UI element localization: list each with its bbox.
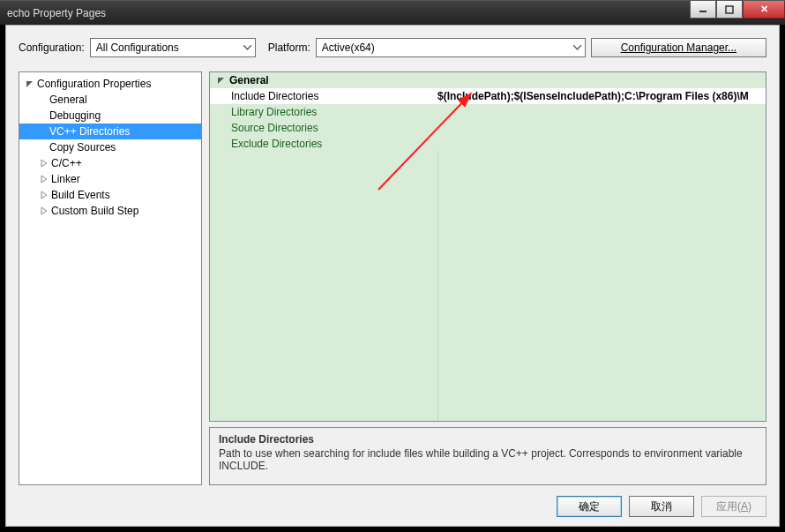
tree-root-label: Configuration Properties <box>37 78 151 90</box>
tree[interactable]: Configuration Properties General Debuggi… <box>19 71 202 485</box>
tree-item-copy-sources[interactable]: Copy Sources <box>19 139 201 155</box>
right-column: General Include Directories $(IncludePat… <box>209 71 766 485</box>
tree-item-custom-build-step[interactable]: Custom Build Step <box>19 203 201 219</box>
titlebar: echo Property Pages ✕ <box>0 0 785 25</box>
tree-item-linker[interactable]: Linker <box>19 171 201 187</box>
triangle-right-icon <box>39 190 49 200</box>
platform-combo[interactable]: Active(x64) <box>316 38 586 57</box>
grid-section-label: General <box>229 74 269 86</box>
configuration-combo[interactable]: All Configurations <box>90 38 256 57</box>
tree-item-c-cpp[interactable]: C/C++ <box>19 155 201 171</box>
triangle-down-icon <box>25 79 35 89</box>
body-split: Configuration Properties General Debuggi… <box>19 71 766 485</box>
tree-root-config-properties[interactable]: Configuration Properties <box>19 76 201 92</box>
triangle-down-icon <box>217 76 226 85</box>
close-button[interactable]: ✕ <box>743 1 785 19</box>
triangle-right-icon <box>39 174 49 184</box>
property-grid[interactable]: General Include Directories $(IncludePat… <box>209 71 766 422</box>
tree-item-vc-directories[interactable]: VC++ Directories <box>19 124 201 139</box>
grid-row-library-directories[interactable]: Library Directories <box>210 104 766 120</box>
grid-row-source-directories[interactable]: Source Directories <box>210 120 766 136</box>
apply-button: 应用(A) <box>701 496 766 517</box>
chevron-down-icon <box>243 45 251 50</box>
grid-section[interactable]: General <box>210 72 766 88</box>
footer-buttons: 确定 取消 应用(A) <box>557 496 766 517</box>
client-area: Configuration: All Configurations Platfo… <box>5 25 780 527</box>
grid-value-include-directories[interactable]: $(IncludePath);$(ISenseIncludePath);C:\P… <box>430 90 766 102</box>
config-row: Configuration: All Configurations Platfo… <box>6 26 779 66</box>
grid-row-exclude-directories[interactable]: Exclude Directories <box>210 136 766 152</box>
ok-button[interactable]: 确定 <box>557 496 622 517</box>
svg-rect-1 <box>726 6 733 13</box>
cancel-button[interactable]: 取消 <box>629 496 694 517</box>
window-title: echo Property Pages <box>7 5 106 21</box>
configuration-label: Configuration: <box>19 41 85 54</box>
description-pane: Include Directories Path to use when sea… <box>209 427 766 485</box>
window: echo Property Pages ✕ Configuration: All… <box>0 0 785 532</box>
platform-value: Active(x64) <box>322 41 375 54</box>
configuration-manager-button[interactable]: Configuration Manager... <box>591 38 766 57</box>
maximize-button[interactable] <box>716 1 743 19</box>
platform-label: Platform: <box>268 41 310 54</box>
window-buttons: ✕ <box>690 1 785 25</box>
minimize-button[interactable] <box>690 1 716 19</box>
triangle-right-icon <box>39 158 49 169</box>
triangle-right-icon <box>39 206 49 216</box>
description-body: Path to use when searching for include f… <box>219 447 757 472</box>
grid-row-include-directories[interactable]: Include Directories $(IncludePath);$(ISe… <box>210 88 766 104</box>
description-title: Include Directories <box>219 433 757 446</box>
tree-item-general[interactable]: General <box>19 92 201 108</box>
configuration-value: All Configurations <box>96 41 179 54</box>
tree-item-debugging[interactable]: Debugging <box>19 108 201 124</box>
chevron-down-icon <box>573 45 581 50</box>
tree-item-build-events[interactable]: Build Events <box>19 187 201 203</box>
